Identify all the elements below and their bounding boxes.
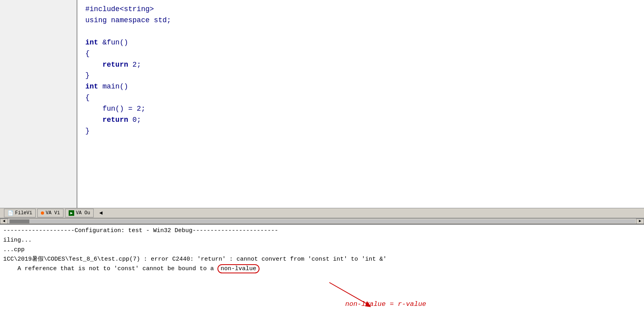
output-line4: A reference that is not to 'const' canno… [3, 264, 260, 273]
tab-vaview-label: VA Vi [46, 210, 60, 216]
tab-vaview-dot [41, 211, 44, 215]
tab-bar: 📄 FileVi VA Vi ▶ VA Ou ◄ [0, 208, 644, 218]
editor-gutter [0, 0, 77, 208]
tab-fileview-icon: 📄 [8, 210, 13, 216]
scroll-left-arrow[interactable]: ◄ [99, 210, 102, 216]
output-text: --------------------Configuration: test … [0, 225, 644, 275]
annotation-svg [0, 271, 644, 315]
code-line-3 [85, 26, 644, 37]
code-line-2: using namespace std; [85, 15, 644, 26]
scroll-right-btn[interactable]: ► [636, 219, 644, 224]
non-lvalue-circled: non-lvalue [217, 264, 260, 273]
scroll-left-btn[interactable]: ◄ [0, 219, 8, 224]
code-line-7: } [85, 70, 644, 81]
code-panel[interactable]: #include<string> using namespace std; in… [77, 0, 644, 208]
editor-area: #include<string> using namespace std; in… [0, 0, 644, 208]
code-line-4: int &fun() [85, 37, 644, 48]
scroll-thumb-h[interactable] [10, 219, 29, 223]
code-line-6: return 2; [85, 60, 644, 71]
output-separator: --------------------Configuration: test … [3, 227, 278, 234]
tab-vaout[interactable]: ▶ VA Ou [65, 209, 94, 217]
output-line1: iling... [3, 237, 32, 244]
tab-fileview-label: FileVi [15, 210, 32, 216]
tab-fileview[interactable]: 📄 FileVi [4, 209, 36, 217]
code-line-11: return 0; [85, 115, 644, 126]
code-line-9: { [85, 92, 644, 104]
code-line-10: fun() = 2; [85, 104, 644, 115]
tab-vaview[interactable]: VA Vi [37, 209, 63, 217]
output-line2: ...cpp [3, 246, 25, 253]
output-panel: --------------------Configuration: test … [0, 224, 644, 315]
tab-vaout-label: VA Ou [76, 210, 90, 216]
code-line-5: { [85, 48, 644, 60]
code-line-1: #include<string> [85, 4, 644, 15]
annotation-label-text: non-lvalue = r-value [345, 300, 426, 308]
code-line-12: } [85, 126, 644, 137]
annotation-label: non-lvalue = r-value [345, 300, 426, 308]
output-line3: 1CC\2019暑假\CODES\Test_8_6\test.cpp(7) : … [3, 256, 386, 263]
code-line-8: int main() [85, 81, 644, 92]
tab-vaout-icon: ▶ [69, 210, 74, 216]
scroll-track-h[interactable] [9, 219, 635, 223]
horizontal-scrollbar[interactable]: ◄ ► [0, 218, 644, 224]
